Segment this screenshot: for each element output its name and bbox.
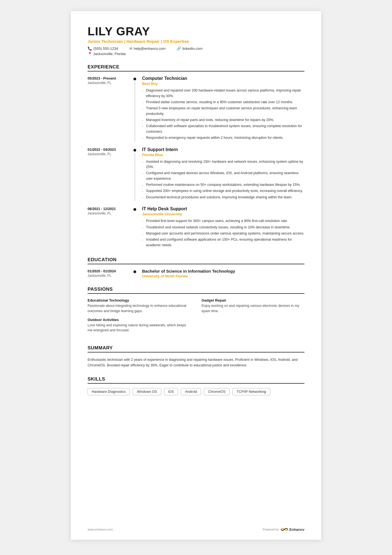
experience-bullet: Installed and configured software applic… (142, 237, 304, 248)
edu-degree: Bachelor of Science in Information Techn… (142, 269, 304, 273)
exp-location: Jacksonville, FL (88, 211, 132, 215)
exp-content: IT Help Desk Support Jacksonville Univer… (138, 206, 304, 249)
exp-dot (133, 208, 136, 211)
experience-bullet: Diagnosed and repaired over 200 hardware… (142, 88, 304, 99)
exp-job-title: Computer Technician (142, 76, 304, 81)
enhancv-icon (281, 527, 288, 532)
exp-location: Jacksonville, FL (88, 81, 132, 85)
linkedin-icon: 🔗 (177, 46, 181, 51)
experience-bullet: Supported 200+ employees in using online… (142, 188, 304, 194)
exp-line (135, 82, 135, 141)
experience-bullet: Managed user accounts and permissions un… (142, 231, 304, 236)
footer-powered: Powered by Enhancv (263, 527, 304, 532)
passion-description: Passionate about integrating technology … (88, 303, 190, 314)
resume-container: LILY GRAY Junior Technician | Hardware R… (71, 11, 321, 540)
skill-badge: ChromeOS (204, 388, 230, 395)
powered-by-label: Powered by (263, 528, 279, 531)
experience-bullet: Responded to emergency repair requests w… (142, 135, 304, 140)
linkedin-url: linkedin.com (182, 46, 202, 51)
exp-company: Best Buy (142, 82, 304, 86)
experience-bullet: Managed inventory of repair parts and to… (142, 117, 304, 123)
passion-description: Love hiking and exploring nature during … (88, 323, 190, 333)
skill-badge: Hardware Diagnostics (88, 388, 130, 395)
exp-date: 06/2021 - 12/2021 (88, 206, 132, 211)
enhancv-brand: Enhancv (289, 527, 304, 532)
experience-bullet: Troubleshot and resolved network connect… (142, 225, 304, 230)
exp-dot-col (132, 76, 138, 141)
exp-company: Jacksonville University (142, 212, 304, 216)
experience-bullet: Collaborated with software specialists t… (142, 124, 304, 134)
experience-bullet: Documented technical procedures and solu… (142, 195, 304, 200)
experience-section: EXPERIENCE 05/2023 - Present Jacksonvill… (88, 64, 304, 249)
exp-bullets-list: Provided first-level support for 300+ ca… (142, 218, 304, 248)
skill-badge: Windows OS (133, 388, 161, 395)
education-item: 01/2020 - 01/2024 Jacksonville, FL Bache… (88, 269, 304, 278)
location-contact: 📍 Jacksonville, Florida (88, 52, 304, 56)
exp-location: Jacksonville, FL (88, 152, 132, 156)
phone-number: (555) 555-1234 (93, 46, 118, 51)
exp-date: 01/2022 - 04/2023 (88, 147, 132, 152)
exp-dot (133, 78, 136, 80)
experience-bullet: Provided stellar customer service, resul… (142, 100, 304, 105)
exp-date: 05/2023 - Present (88, 76, 132, 80)
summary-section-title: SUMMARY (88, 345, 304, 352)
exp-dot (133, 149, 136, 152)
education-section: EDUCATION 01/2020 - 01/2024 Jacksonville… (88, 257, 304, 278)
passions-col-1: Educational Technology Passionate about … (88, 298, 190, 337)
enhancv-logo: Enhancv (281, 527, 304, 532)
passions-grid: Educational Technology Passionate about … (88, 298, 304, 337)
skill-badge: iOS (164, 388, 178, 395)
passion-title: Gadget Repair (202, 298, 304, 302)
skills-section: SKILLS Hardware DiagnosticsWindows OSiOS… (88, 376, 304, 395)
candidate-title: Junior Technician | Hardware Repair | OS… (88, 39, 304, 44)
header-contacts: 📞 (555) 555-1234 ✉ help@enhancv.com 🔗 li… (88, 46, 304, 51)
email-contact: ✉ help@enhancv.com (129, 46, 165, 51)
passion-item: Outdoor Activities Love hiking and explo… (88, 318, 190, 333)
edu-date: 01/2020 - 01/2024 (88, 269, 132, 273)
experience-bullet: Trained 5 new employees on repair techni… (142, 106, 304, 117)
experience-item: 01/2022 - 04/2023 Jacksonville, FL IT Su… (88, 147, 304, 201)
passion-item: Educational Technology Passionate about … (88, 298, 190, 314)
summary-section: SUMMARY Enthusiastic technician with 2 y… (88, 345, 304, 368)
exp-bullets-list: Assisted in diagnosing and resolving 150… (142, 159, 304, 200)
passions-section-title: PASSIONS (88, 287, 304, 294)
experience-item: 05/2023 - Present Jacksonville, FL Compu… (88, 76, 304, 141)
passion-description: Enjoy working on and repairing various e… (202, 303, 304, 314)
candidate-name: LILY GRAY (88, 25, 304, 38)
passion-item: Gadget Repair Enjoy working on and repai… (202, 298, 304, 314)
passion-title: Outdoor Activities (88, 318, 190, 322)
exp-date-location: 01/2022 - 04/2023 Jacksonville, FL (88, 147, 132, 201)
location-text: Jacksonville, Florida (93, 52, 126, 56)
exp-bullets-list: Diagnosed and repaired over 200 hardware… (142, 88, 304, 140)
skill-badge: TCP/IP Networking (232, 388, 270, 395)
exp-content: IT Support Intern Florida Blue Assisted … (138, 147, 304, 201)
edu-school: University of North Florida (142, 274, 304, 278)
location-icon: 📍 (88, 52, 92, 56)
skills-section-title: SKILLS (88, 376, 304, 384)
passions-col-2: Gadget Repair Enjoy working on and repai… (202, 298, 304, 337)
exp-content: Computer Technician Best Buy Diagnosed a… (138, 76, 304, 141)
exp-date-location: 05/2023 - Present Jacksonville, FL (88, 76, 132, 141)
edu-date-location: 01/2020 - 01/2024 Jacksonville, FL (88, 269, 132, 278)
experience-bullet: Configured and managed devices across Wi… (142, 171, 304, 181)
header: LILY GRAY Junior Technician | Hardware R… (88, 25, 304, 56)
summary-text: Enthusiastic technician with 2 years of … (88, 357, 304, 368)
phone-icon: 📞 (88, 46, 92, 51)
experience-bullet: Provided first-level support for 300+ ca… (142, 218, 304, 224)
exp-job-title: IT Support Intern (142, 147, 304, 152)
exp-line (135, 153, 135, 201)
exp-company: Florida Blue (142, 153, 304, 157)
resume-footer: www.enhancv.com Powered by Enhancv (88, 527, 304, 532)
exp-dot-col (132, 147, 138, 201)
email-address: help@enhancv.com (134, 46, 165, 51)
passion-title: Educational Technology (88, 298, 190, 302)
education-list: 01/2020 - 01/2024 Jacksonville, FL Bache… (88, 269, 304, 278)
email-icon: ✉ (129, 46, 132, 51)
experience-bullet: Performed routine maintenance on 50+ com… (142, 182, 304, 188)
skill-badge: Android (181, 388, 201, 395)
footer-website: www.enhancv.com (88, 528, 113, 531)
experience-section-title: EXPERIENCE (88, 64, 304, 71)
exp-job-title: IT Help Desk Support (142, 206, 304, 211)
linkedin-contact: 🔗 linkedin.com (177, 46, 202, 51)
edu-dot (133, 270, 136, 273)
